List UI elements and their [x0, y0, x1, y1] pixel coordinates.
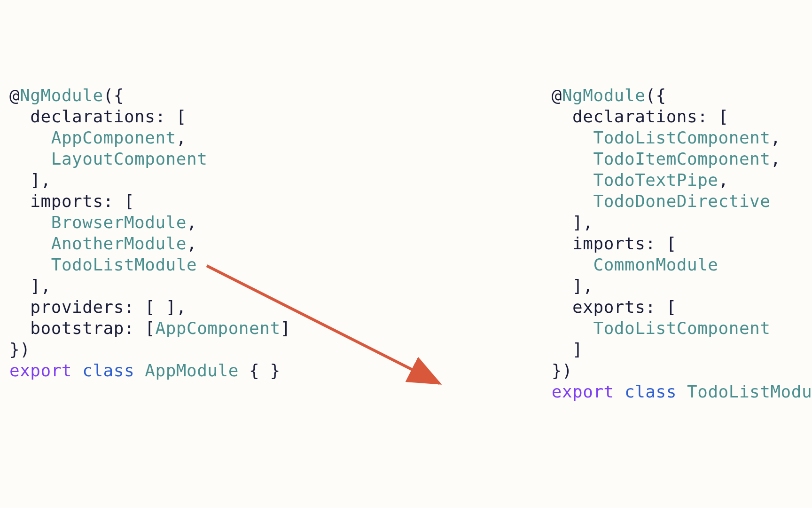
- imports-key: imports: [30, 191, 103, 211]
- another-module: AnotherModule: [51, 234, 187, 253]
- colon-bracket: : [: [103, 191, 135, 211]
- export-todolist-component: TodoListComponent: [593, 318, 770, 338]
- class-keyword: class: [82, 361, 134, 380]
- colon-bracket: : [: [155, 107, 187, 126]
- bootstrap-key: bootstrap: [30, 318, 124, 338]
- close-bracket: ],: [30, 276, 51, 295]
- comma: ,: [187, 234, 197, 253]
- close-bracket: ],: [30, 170, 51, 190]
- imports-key: imports: [572, 234, 645, 253]
- close-bracket: ],: [572, 276, 593, 295]
- open-brace: ({: [103, 86, 124, 105]
- colon-bracket: : [: [645, 297, 677, 317]
- class-keyword: class: [625, 382, 677, 401]
- close-bracket-only: ]: [572, 340, 583, 359]
- comma: ,: [770, 149, 781, 168]
- app-module-class: AppModule: [145, 361, 239, 380]
- class-body: { }: [239, 361, 281, 380]
- providers-value: : [ ],: [124, 297, 187, 317]
- open-brace: ({: [645, 86, 666, 105]
- at-symbol: @: [9, 86, 20, 105]
- declarations-key: declarations: [30, 107, 155, 126]
- tododone-directive: TodoDoneDirective: [593, 191, 770, 211]
- declarations-key: declarations: [572, 107, 697, 126]
- todoitem-component: TodoItemComponent: [593, 149, 770, 168]
- todotext-pipe: TodoTextPipe: [593, 170, 718, 190]
- bootstrap-component: AppComponent: [155, 318, 280, 338]
- ngmodule-decorator: NgModule: [562, 86, 645, 105]
- export-keyword: export: [9, 361, 72, 380]
- bootstrap-close: ]: [281, 318, 291, 338]
- common-module: CommonModule: [593, 255, 718, 274]
- left-code-block: @NgModule({ declarations: [ AppComponent…: [9, 85, 291, 402]
- colon-bracket: : [: [645, 234, 677, 253]
- todolist-module-class: TodoListModule: [687, 382, 812, 401]
- todolist-module-import: TodoListModule: [51, 255, 197, 274]
- layout-component: LayoutComponent: [51, 149, 208, 168]
- bootstrap-open: : [: [124, 318, 156, 338]
- app-component: AppComponent: [51, 128, 176, 147]
- exports-key: exports: [572, 297, 645, 317]
- comma: ,: [176, 128, 187, 147]
- colon-bracket: : [: [697, 107, 729, 126]
- ngmodule-decorator: NgModule: [20, 86, 103, 105]
- todolist-component: TodoListComponent: [593, 128, 770, 147]
- comma: ,: [718, 170, 729, 190]
- providers-key: providers: [30, 297, 124, 317]
- export-keyword: export: [552, 382, 614, 401]
- code-container: @NgModule({ declarations: [ AppComponent…: [0, 0, 812, 402]
- right-code-block: @NgModule({ declarations: [ TodoListComp…: [552, 85, 812, 402]
- close-brace-paren: }): [9, 340, 30, 359]
- close-brace-paren: }): [552, 361, 572, 380]
- browser-module: BrowserModule: [51, 213, 187, 232]
- comma: ,: [187, 213, 197, 232]
- close-bracket: ],: [572, 213, 593, 232]
- at-symbol: @: [552, 86, 562, 105]
- comma: ,: [770, 128, 781, 147]
